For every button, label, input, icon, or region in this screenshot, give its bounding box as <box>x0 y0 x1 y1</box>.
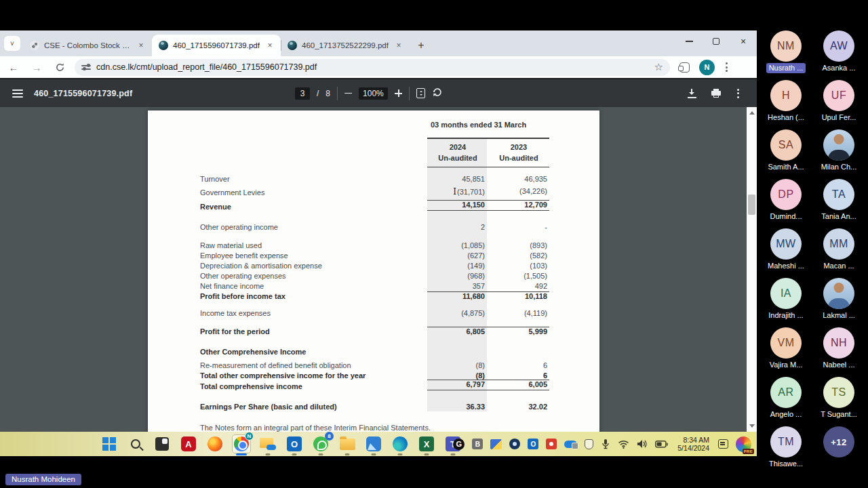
tab-pdf-active[interactable]: 460_1715596071739.pdf × <box>152 35 281 56</box>
row-label: Profit for the period <box>200 327 427 336</box>
avatar-initials: TS <box>831 386 846 399</box>
meeting-participants-panel: NM Nusrath ... AW Asanka ... H Heshan (.… <box>757 0 868 488</box>
participant-tile[interactable]: NM Nusrath ... <box>766 30 806 80</box>
close-button[interactable]: × <box>730 30 757 52</box>
participant-tile[interactable]: TM Thisawe... <box>766 426 806 476</box>
new-tab-button[interactable]: + <box>412 37 430 54</box>
screen: ˅ CSE - Colombo Stock Exchange × 460_171… <box>0 0 868 488</box>
tab-title: CSE - Colombo Stock Exchange <box>44 41 131 49</box>
zoom-level[interactable]: 100% <box>359 87 388 100</box>
microphone-icon[interactable] <box>601 439 610 449</box>
tab-organize-icon[interactable] <box>679 62 690 73</box>
participant-tile[interactable]: Milan Ch... <box>818 129 860 179</box>
pdf-more-icon[interactable] <box>736 87 741 100</box>
onedrive-folder-button[interactable] <box>259 435 277 453</box>
participant-tile[interactable]: NH Nabeel ... <box>820 327 857 377</box>
whatsapp-button[interactable]: 8 <box>312 435 330 453</box>
scroll-up-icon[interactable] <box>747 107 757 117</box>
photos-icon <box>366 436 381 451</box>
fit-page-icon[interactable] <box>416 88 425 98</box>
tab-pdf-2[interactable]: 460_1713752522299.pdf × <box>281 35 410 56</box>
recording-tray-icon[interactable] <box>546 439 557 449</box>
cse-favicon <box>30 41 39 50</box>
url-input[interactable]: cdn.cse.lk/cmt/upload_report_file/460_17… <box>75 59 670 76</box>
participant-tile[interactable]: IA Indrajith ... <box>766 278 806 327</box>
rotate-icon[interactable] <box>432 87 443 100</box>
security-shield-icon[interactable] <box>585 439 593 449</box>
row-label: Turnover <box>200 175 427 183</box>
onedrive-tray-icon[interactable] <box>564 441 577 448</box>
back-icon[interactable]: ← <box>4 58 23 77</box>
outlook-button[interactable]: O <box>285 435 303 453</box>
download-icon[interactable] <box>688 89 696 98</box>
tab-close-icon[interactable]: × <box>136 40 146 51</box>
file-explorer-button[interactable] <box>338 435 356 453</box>
participant-tile[interactable]: TA Tania An... <box>818 179 859 228</box>
scroll-down-icon[interactable] <box>747 422 757 432</box>
participant-tile[interactable]: H Heshan (... <box>765 80 807 129</box>
browser-menu-icon[interactable] <box>724 61 729 73</box>
avatar-initials: TA <box>832 188 846 201</box>
participant-tile[interactable]: SA Samith A... <box>765 129 806 179</box>
participant-tile[interactable]: Lakmal ... <box>820 278 858 327</box>
preview-app-icon[interactable]: PRE <box>736 436 751 452</box>
statement-row: Employee benefit expense (627) (582) <box>200 249 549 260</box>
acrobat-button[interactable]: A <box>180 435 197 453</box>
grammarly-tray-icon[interactable]: G <box>453 439 465 450</box>
participant-tile[interactable]: MW Maheshi ... <box>765 228 807 278</box>
participant-tile[interactable]: TS T Sugant... <box>818 377 860 426</box>
volume-icon[interactable] <box>637 439 648 449</box>
participant-tile[interactable]: +12 <box>823 426 854 476</box>
forward-icon[interactable]: → <box>27 58 46 77</box>
maximize-button[interactable] <box>703 30 730 52</box>
edge-button[interactable] <box>391 435 409 453</box>
page-number-input[interactable]: 3 <box>295 87 310 100</box>
tab-search-button[interactable]: ˅ <box>4 36 20 51</box>
reload-icon[interactable] <box>50 58 69 77</box>
zoom-out-icon[interactable] <box>344 93 352 94</box>
site-settings-icon[interactable] <box>81 63 91 71</box>
app-tray-icon[interactable] <box>490 439 502 449</box>
print-icon[interactable] <box>711 89 721 98</box>
participant-grid: NM Nusrath ... AW Asanka ... H Heshan (.… <box>760 30 865 476</box>
photo-body <box>828 150 850 161</box>
profile-avatar[interactable]: N <box>699 60 715 75</box>
tab-close-icon[interactable]: × <box>393 40 404 51</box>
bookmark-star-icon[interactable]: ☆ <box>654 61 663 73</box>
minimize-button[interactable] <box>675 30 703 52</box>
firefox-button[interactable] <box>206 435 224 453</box>
wifi-icon[interactable] <box>618 440 629 449</box>
row-label: Other Comprehensive Income <box>200 348 427 356</box>
zoom-in-icon[interactable] <box>395 89 402 97</box>
photos-button[interactable] <box>365 435 382 453</box>
outlook-icon: O <box>287 436 302 451</box>
status-tray-icon[interactable] <box>509 439 520 449</box>
participant-tile[interactable]: AW Asanka ... <box>820 30 859 80</box>
avatar-initials: NH <box>831 337 847 349</box>
tab-cse[interactable]: CSE - Colombo Stock Exchange × <box>23 35 152 56</box>
participant-avatar <box>823 278 854 309</box>
participant-tile[interactable]: UF Upul Fer... <box>819 80 859 129</box>
pdf-scrollbar[interactable] <box>747 107 757 432</box>
scrollbar-thumb[interactable] <box>748 195 755 215</box>
statement-row: Net finance income 357 492 <box>200 280 549 290</box>
notification-center-icon[interactable] <box>718 439 728 449</box>
start-button[interactable] <box>100 435 118 453</box>
task-view-button[interactable] <box>153 435 171 453</box>
taskbar-search-button[interactable] <box>127 435 144 453</box>
outlook-tray-icon[interactable]: O <box>528 439 538 449</box>
participant-tile[interactable]: VM Vajira M... <box>767 327 806 377</box>
participant-tile[interactable]: AR Angelo ... <box>768 377 804 426</box>
participant-tile[interactable]: MM Macan ... <box>821 228 856 278</box>
participant-tile[interactable]: DP Dumind... <box>767 179 804 228</box>
pdf-menu-icon[interactable] <box>12 89 23 98</box>
tab-close-icon[interactable]: × <box>264 40 275 51</box>
excel-button[interactable]: X <box>418 435 435 453</box>
value-2024: 45,851 <box>427 175 487 183</box>
participant-avatar: NM <box>770 30 802 62</box>
chrome-button[interactable]: N <box>233 435 250 453</box>
bitwarden-tray-icon[interactable]: B <box>472 439 483 449</box>
taskbar-clock[interactable]: 8:34 AM 5/14/2024 <box>677 436 709 452</box>
participant-name: T Sugant... <box>818 409 860 420</box>
battery-icon[interactable] <box>655 441 668 448</box>
